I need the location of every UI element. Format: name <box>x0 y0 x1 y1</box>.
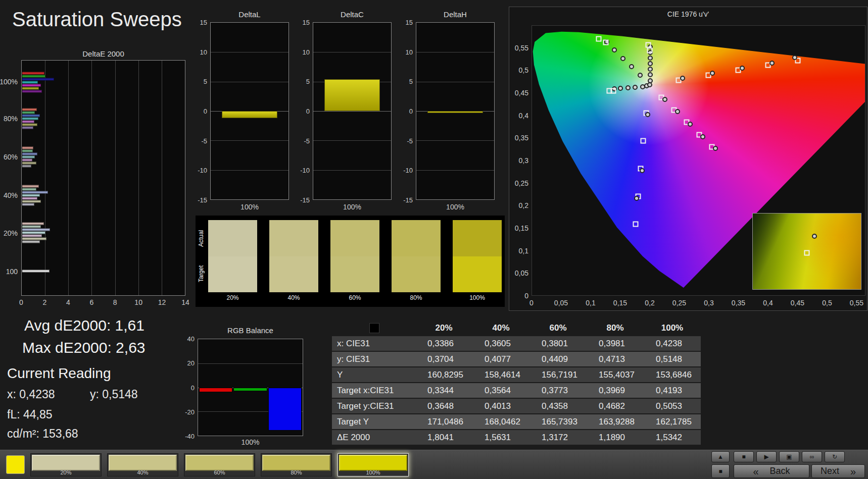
continuous-button[interactable]: ∞ <box>802 451 822 462</box>
cie-measured-marker <box>640 168 645 173</box>
mini-x-label: 100% <box>313 203 392 211</box>
table-row: Target y:CIE310,36480,40130,43580,46820,… <box>332 399 701 414</box>
deltae-bar <box>22 156 35 158</box>
deltae-bar <box>22 194 40 196</box>
target-swatch <box>453 256 502 293</box>
delta-bar <box>324 79 380 111</box>
table-row: Target x:CIE310,33440,35640,37730,39690,… <box>332 383 701 399</box>
bottom-swatch-100%[interactable]: 100% <box>337 453 409 476</box>
y-tick-label: -40 <box>185 433 195 440</box>
table-cell-value: 1,8041 <box>415 433 472 443</box>
deltae-bar <box>22 81 38 83</box>
cie-measured-marker <box>713 146 718 151</box>
cie-diagram-panel: CIE 1976 u'v' 00,050,10,150,20,250,30,35… <box>509 7 867 311</box>
x-tick-label: 2 <box>43 298 47 306</box>
cie-measured-marker <box>662 97 667 102</box>
mini-x-label: 100% <box>210 203 289 211</box>
table-header-cell: 60% <box>529 323 587 333</box>
pattern-button[interactable]: ▣ <box>779 451 799 462</box>
cie-measured-marker <box>688 122 693 127</box>
current-y-value: y: 0,5148 <box>90 388 138 401</box>
actual-swatch <box>208 220 257 256</box>
x-tick-label: 0,2 <box>645 299 654 307</box>
y-tick-label: 15 <box>406 19 413 26</box>
y-tick-label: 10 <box>406 48 413 56</box>
mini-x-label: 100% <box>416 203 495 211</box>
deltae-chart-title: DeltaE 2000 <box>21 49 185 58</box>
table-row-label: Target x:CIE31 <box>332 386 415 396</box>
y-tick-label: 0,55 <box>515 44 528 52</box>
y-tick-label: 0,1 <box>519 247 528 255</box>
table-row-label: y: CIE31 <box>332 354 415 364</box>
bottom-swatch-60%[interactable]: 60% <box>184 453 255 476</box>
table-header-cell: 20% <box>415 323 472 333</box>
target-swatch <box>208 256 257 293</box>
swatch-color-face <box>109 455 177 471</box>
deltae-bar <box>22 159 32 162</box>
deltae-bar <box>22 191 48 193</box>
y-tick-label: 15 <box>303 19 310 26</box>
y-tick-label: 5 <box>204 78 207 85</box>
rgb-bar-blue <box>268 388 302 431</box>
x-tick-label: 6 <box>89 298 93 306</box>
deltae-bar <box>22 150 33 152</box>
table-header-cell: 40% <box>472 323 529 333</box>
bottom-swatch-20%[interactable]: 20% <box>30 453 102 476</box>
table-header-cell <box>332 323 415 334</box>
bottom-swatch-40%[interactable]: 40% <box>107 453 178 476</box>
next-button[interactable]: Next » <box>811 464 865 478</box>
cie-measured-marker <box>629 64 634 69</box>
table-cell-value: 0,5148 <box>644 354 701 364</box>
eject-button[interactable]: ▲ <box>711 451 730 462</box>
play-button[interactable]: ▶ <box>756 451 777 462</box>
deltae-bar <box>22 229 50 231</box>
back-button[interactable]: « Back <box>734 464 809 478</box>
refresh-button[interactable]: ↻ <box>825 451 845 462</box>
next-chevron-icon: » <box>850 466 856 476</box>
mini-chart-title: DeltaC <box>313 10 392 19</box>
stop-large-icon: ■ <box>718 468 722 474</box>
y-gridline <box>313 52 391 52</box>
deltae-bar-group <box>22 147 185 168</box>
cie-plot <box>532 25 865 296</box>
deltae-bar <box>22 78 54 80</box>
x-tick-label: 0,15 <box>613 299 627 307</box>
table-row: ΔE 20001,80411,56311,31721,18901,5342 <box>332 430 701 446</box>
cie-measured-marker <box>625 85 631 90</box>
y-tick-label: 40% <box>4 191 18 199</box>
rgb-bar-red <box>199 388 232 393</box>
bottom-swatch-80%[interactable]: 80% <box>261 453 332 476</box>
deltae-bar <box>22 232 45 234</box>
stop-button[interactable]: ■ <box>734 451 754 462</box>
y-tick-label: -5 <box>304 137 310 144</box>
swatch-label: 60% <box>184 469 255 475</box>
transport-controls: « Back Next » ▲■■▶▣∞↻ <box>711 450 868 479</box>
y-gridline <box>211 140 288 141</box>
table-cell-value: 0,3773 <box>529 386 587 396</box>
swatch-column: 60% <box>330 220 379 292</box>
delta-mini-chart: DeltaC 151050-5-10-15 100% <box>296 10 392 212</box>
table-cell-value: 0,3704 <box>415 354 472 364</box>
swatch-label: 20% <box>208 294 257 301</box>
delta-bar <box>222 111 278 118</box>
table-cell-value: 1,3172 <box>529 433 587 443</box>
x-gridline <box>91 61 92 295</box>
deltae-bar-group <box>22 72 185 92</box>
table-cell-value: 160,8295 <box>415 370 472 380</box>
x-tick-label: 0,55 <box>850 299 863 307</box>
current-cdm2-value: cd/m²: 153,68 <box>7 427 78 441</box>
cie-y-axis: 00,050,10,150,20,250,30,350,40,450,50,55 <box>510 25 529 296</box>
cie-target-marker <box>646 42 651 47</box>
swatch-color-face <box>185 455 254 471</box>
actual-swatch <box>392 220 441 256</box>
deltae-bar <box>22 90 42 92</box>
x-tick-label: 0,05 <box>554 299 568 307</box>
stop-large-button[interactable]: ■ <box>711 464 730 478</box>
y-tick-label: 10 <box>200 48 207 56</box>
table-corner-icon <box>369 323 379 333</box>
cie-title: CIE 1976 u'v' <box>509 10 867 18</box>
cie-measured-marker <box>648 67 653 72</box>
swatch-column: 40% <box>269 220 318 292</box>
swatch-color-face <box>339 455 407 471</box>
x-tick-label: 0 <box>19 298 23 306</box>
